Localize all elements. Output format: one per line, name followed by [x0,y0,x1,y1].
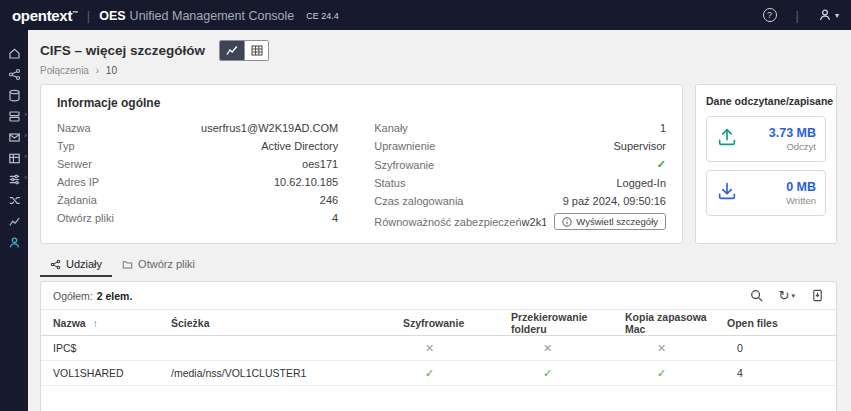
home-icon [8,47,21,60]
share-icon [50,259,61,270]
field-label: Czas zalogowania [374,195,463,207]
help-icon[interactable]: ? [763,8,777,22]
sidebar-item-storage[interactable] [0,88,28,102]
sort-asc-icon[interactable]: ↑ [93,318,98,329]
check-icon: ✓ [657,158,666,171]
field-label: Status [374,177,405,189]
read-stat: 3.73 MB Odczyt [769,126,816,152]
sidebar-item-connections[interactable] [0,67,28,81]
title-row: CIFS – więcej szczegółów [40,40,837,61]
brand-area: opentext™ | OESUnified Management Consol… [12,6,339,24]
column-header-path[interactable]: Ścieżka [171,317,403,329]
field-label: Równoważność zabezpieczeń [374,216,521,228]
database-icon [8,89,21,102]
view-details-button[interactable]: Wyświetl szczegóły [554,213,666,230]
info-row-channels: Kanały1 [374,119,666,137]
shuffle-icon [8,194,21,207]
breadcrumb-parent[interactable]: Połączenia [40,65,89,76]
field-value: 4 [332,212,338,224]
header-divider-2: | [796,8,799,23]
info-grid: Nazwauserfrus1@W2K19AD.COM TypActive Dir… [57,119,666,233]
sidebar-item-reports[interactable] [0,214,28,228]
sidebar: › › › › [0,30,28,411]
read-value: 3.73 MB [769,126,816,140]
field-value: w2k19ad\userfrus... [522,216,547,228]
share-icon [8,68,21,81]
view-details-label: Wyświetl szczegóły [576,216,658,227]
column-header-folder-redirection[interactable]: Przekierowanie folderu [511,311,625,335]
column-header-open-files[interactable]: Open files [727,317,824,329]
table-actions: ↻▾ [750,289,824,302]
table-header-row: Nazwa↑ Ścieżka Szyfrowanie Przekierowani… [41,309,836,336]
total-count: Ogółem:2 elem. [53,290,132,302]
table-view-button[interactable] [244,41,268,60]
sidebar-item-settings[interactable]: › [0,172,28,186]
check-icon: ✓ [511,367,625,380]
main-content: CIFS – więcej szczegółów Połączenia › 10… [28,30,851,411]
field-value: 1 [660,122,666,134]
field-label: Kanały [374,122,408,134]
sidebar-item-mail[interactable]: › [0,130,28,144]
info-row-requests: Żądania246 [57,191,338,209]
line-chart-icon [226,45,238,56]
field-label: Uprawnienie [374,140,435,152]
header-actions: ? | ▾ [763,8,839,23]
field-label: Typ [57,140,75,152]
sidebar-item-home[interactable] [0,46,28,60]
user-menu[interactable]: ▾ [818,8,839,22]
chevron-right-icon: › [24,153,27,161]
user-icon [8,236,21,249]
upload-icon [716,126,738,152]
written-tile: 0 MB Written [706,170,826,216]
sidebar-item-servers[interactable]: › [0,109,28,123]
download-icon [716,180,738,206]
version-badge: CE 24.4 [306,11,339,21]
tabs-bar: Udziały Otwórz pliki [40,254,837,277]
product-name: Unified Management Console [130,9,295,23]
logo-text: opentext [12,7,72,24]
search-icon[interactable] [750,289,763,302]
info-col-right: Kanały1 UprawnienieSupervisor Szyfrowani… [374,119,666,233]
chevron-down-icon: ▾ [791,292,795,300]
info-row-type: TypActive Directory [57,137,338,155]
view-toggle [219,40,269,61]
read-tile: 3.73 MB Odczyt [706,116,826,162]
export-icon[interactable] [811,289,824,302]
info-col-left: Nazwauserfrus1@W2K19AD.COM TypActive Dir… [57,119,338,233]
trademark: ™ [72,10,78,16]
total-label: Ogółem: [53,290,93,302]
column-header-encryption[interactable]: Szyfrowanie [403,317,511,329]
product-abbrev: OES [99,9,125,23]
folder-icon [122,259,133,270]
column-header-mac-backup[interactable]: Kopia zapasowa Mac [625,311,727,335]
chevron-down-icon: ▾ [835,11,839,20]
field-label: Żądania [57,194,97,206]
product-title: OESUnified Management Console [99,6,294,24]
stats-card-title: Dane odczytane/zapisane [706,95,826,107]
info-row-open-files: Otwórz pliki4 [57,209,338,227]
tab-shares[interactable]: Udziały [40,254,112,277]
column-header-name[interactable]: Nazwa↑ [53,317,171,329]
chart-view-button[interactable] [220,41,244,60]
info-row-encryption: Szyfrowanie✓ [374,155,666,174]
field-label: Serwer [57,158,92,170]
tab-open-files[interactable]: Otwórz pliki [112,254,205,277]
field-label: Otwórz pliki [57,212,114,224]
cell-path: /media/nss/VOL1CLUSTER1 [171,367,403,379]
table-row[interactable]: VOL1SHARED /media/nss/VOL1CLUSTER1 ✓ ✓ ✓… [41,361,836,386]
check-icon: ✓ [403,367,511,380]
cell-name: IPC$ [53,342,171,354]
chevron-right-icon: › [24,132,27,140]
sidebar-item-users[interactable] [0,235,28,249]
sidebar-item-flows[interactable] [0,193,28,207]
chevron-right-icon: › [24,174,27,182]
refresh-glyph: ↻ [779,289,790,302]
tab-open-files-label: Otwórz pliki [138,258,195,270]
refresh-icon[interactable]: ↻▾ [779,289,795,302]
top-header: opentext™ | OESUnified Management Consol… [0,0,851,30]
table-row[interactable]: IPC$ ✕ ✕ ✕ 0 [41,336,836,361]
check-icon: ✓ [625,367,727,380]
sidebar-item-tables[interactable]: › [0,151,28,165]
info-row-privilege: UprawnienieSupervisor [374,137,666,155]
field-value: Supervisor [613,140,666,152]
